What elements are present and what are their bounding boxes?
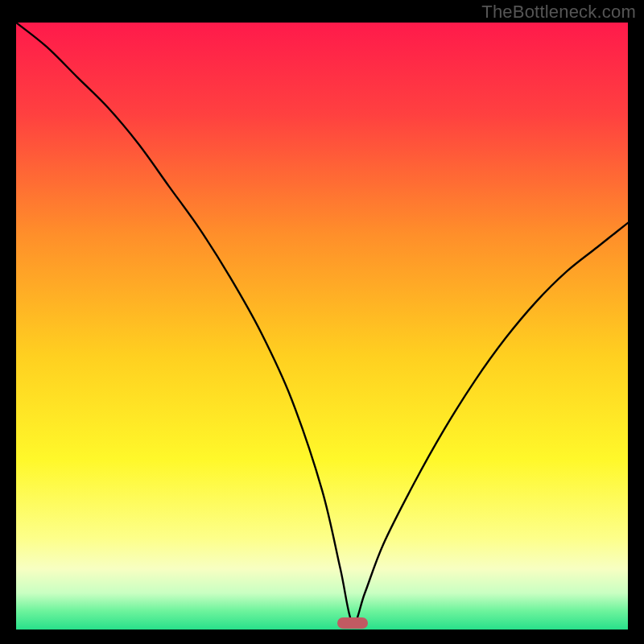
watermark-text: TheBottleneck.com <box>481 2 636 23</box>
plot-area <box>16 23 628 630</box>
bottleneck-curve <box>16 23 628 630</box>
optimum-marker <box>337 617 368 629</box>
chart-frame: TheBottleneck.com <box>0 0 644 644</box>
